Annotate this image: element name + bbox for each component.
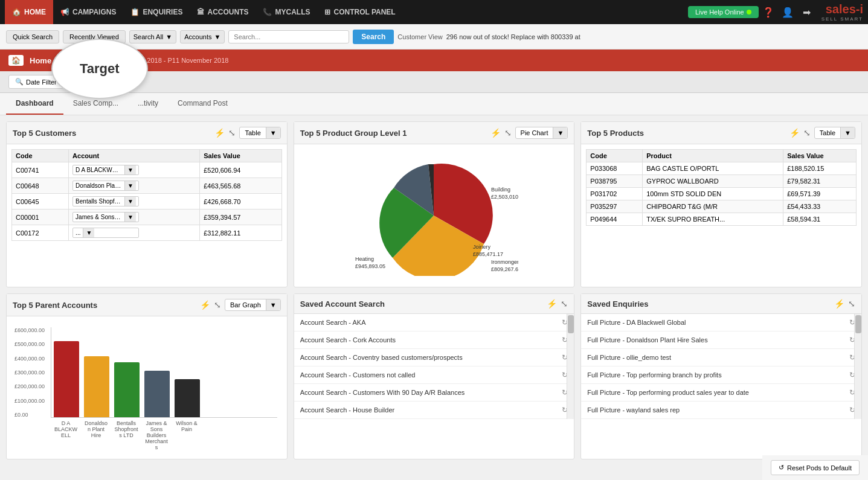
enquiries-icon: 📋 [130, 8, 140, 16]
tab-sales-comp[interactable]: Sales Comp... Target [63, 93, 128, 115]
help-icon[interactable]: ❓ [759, 2, 778, 22]
parent-view-dropdown[interactable]: Bar Graph ▼ [225, 299, 281, 311]
list-item[interactable]: Account Search - Cork Accounts↻ [294, 331, 574, 349]
list-item[interactable]: Account Search - House Builder↻ [294, 402, 574, 419]
list-item-label: Account Search - Cork Accounts [300, 336, 396, 344]
nav-home[interactable]: 🏠 HOME [5, 0, 53, 24]
saved-enquiries-thunder-icon[interactable]: ⚡ [834, 299, 844, 309]
account-chevron[interactable]: ▼ [83, 228, 94, 237]
search-all-dropdown[interactable]: Search All ▼ [129, 30, 176, 43]
list-item[interactable]: Full Picture - Top performing branch by … [581, 366, 861, 384]
account-chevron[interactable]: ▼ [124, 165, 136, 174]
search-go-button[interactable]: Search [353, 30, 394, 44]
products-view-dropdown[interactable]: Table ▼ [814, 127, 855, 139]
product-group-expand-icon[interactable]: ⤡ [504, 128, 512, 138]
tab-activity[interactable]: ...tivity [128, 93, 168, 115]
svg-text:£809,267.63: £809,267.63 [491, 266, 518, 272]
list-item[interactable]: Full Picture - ollie_demo test↻ [581, 349, 861, 366]
cell-account[interactable]: ... ▼ [69, 225, 200, 241]
saved-account-thunder-icon[interactable]: ⚡ [547, 299, 557, 309]
list-item[interactable]: Full Picture - Top performing product sa… [581, 384, 861, 402]
tab-command-post[interactable]: Command Post [168, 93, 237, 115]
prod-col-product: Product [643, 150, 783, 162]
account-chevron[interactable]: ▼ [124, 197, 136, 206]
col-sales-value: Sales Value [200, 150, 281, 162]
cell-account[interactable]: Bentalls Shopfront... ▼ [69, 194, 200, 210]
saved-account-expand-icon[interactable]: ⤡ [561, 299, 568, 309]
top-navigation: 🏠 HOME 📢 CAMPAIGNS 📋 ENQUIRIES 🏛 ACCOUNT… [0, 0, 868, 24]
list-item-label: Account Search - Customers not called [300, 371, 416, 379]
products-expand-icon[interactable]: ⤡ [803, 128, 811, 138]
y-label: £400,000.00 [14, 356, 45, 362]
list-item[interactable]: Account Search - Customers not called↻ [294, 366, 574, 384]
top5-products-body: Code Product Sales Value P033068 BAG CAS… [581, 144, 861, 231]
customers-view-chevron: ▼ [266, 127, 280, 138]
nav-mycalls[interactable]: 📞 MYCALLS [256, 0, 317, 24]
customers-view-dropdown[interactable]: Table ▼ [239, 127, 280, 139]
table-row: P033068 BAG CASTLE O/PORTL £188,520.15 [587, 162, 857, 175]
product-group-view-dropdown[interactable]: Pie Chart ▼ [515, 127, 568, 139]
cell-product: TX/EK SUPRO BREATH... [643, 213, 783, 226]
cell-account[interactable]: D A BLACKWELL ▼ [69, 162, 200, 178]
live-help-button[interactable]: Live Help Online [688, 6, 759, 18]
reset-pods-button[interactable]: ↺ Reset Pods to Default [771, 460, 860, 466]
saved-account-search-header: Saved Account Search ⚡ ⤡ [294, 294, 574, 314]
accounts-dropdown[interactable]: Accounts ▼ [180, 30, 225, 43]
bar-group [144, 371, 170, 417]
y-axis-labels: £600,000.00£500,000.00£400,000.00£300,00… [14, 327, 45, 418]
pie-chart-svg: Building £2,503,010.57 Plumbing £1,910,6… [349, 155, 518, 276]
top5-product-group-panel: Top 5 Product Group Level 1 ⚡ ⤡ Pie Char… [294, 121, 575, 287]
product-group-thunder-icon[interactable]: ⚡ [490, 128, 501, 138]
parent-thunder-icon[interactable]: ⚡ [200, 300, 210, 310]
user-icon[interactable]: 👤 [778, 2, 797, 22]
bar-chart: £600,000.00£500,000.00£400,000.00£300,00… [11, 321, 282, 454]
list-item[interactable]: Full Picture - DA Blackwell Global↻ [581, 314, 861, 331]
saved-enquiries-scroll-thumb [855, 315, 861, 333]
cell-account[interactable]: Donaldson Plant ... ▼ [69, 178, 200, 194]
top5-product-group-header: Top 5 Product Group Level 1 ⚡ ⤡ Pie Char… [294, 122, 574, 144]
forward-icon[interactable]: ➡ [797, 2, 817, 22]
list-item-label: Account Search - House Builder [300, 406, 395, 414]
account-chevron[interactable]: ▼ [124, 213, 136, 222]
products-thunder-icon[interactable]: ⚡ [789, 128, 800, 138]
bar-rect [84, 356, 109, 417]
tab-dashboard[interactable]: Dashboard [6, 93, 63, 115]
quick-search-button[interactable]: Quick Search [6, 30, 59, 43]
pie-chart-container: Building £2,503,010.57 Plumbing £1,910,6… [299, 149, 570, 282]
cell-product: BAG CASTLE O/PORTL [643, 162, 783, 175]
saved-enquiries-scrollbar[interactable] [854, 314, 861, 419]
x-axis-labels: D A BLACKWELLDonaldson Plant HireBentall… [51, 420, 277, 450]
saved-enquiries-controls: ⚡ ⤡ [834, 299, 855, 309]
account-chevron[interactable]: ▼ [124, 181, 136, 190]
cell-value: £69,571.39 [783, 188, 857, 200]
tabs-bar: Dashboard Sales Comp... Target ...tivity… [0, 93, 868, 115]
customers-thunder-icon[interactable]: ⚡ [214, 128, 225, 138]
col-code: Code [12, 150, 69, 162]
top5-customers-panel: Top 5 Customers ⚡ ⤡ Table ▼ Code Account [6, 121, 288, 287]
list-item[interactable]: Account Search - AKA↻ [294, 314, 574, 331]
table-row: P035297 CHIPBOARD T&G (M/R £54,433.33 [587, 200, 857, 213]
bar-rect [114, 362, 140, 417]
nav-accounts[interactable]: 🏛 ACCOUNTS [190, 0, 256, 24]
nav-control-panel[interactable]: ⊞ CONTROL PANEL [317, 0, 402, 24]
list-item[interactable]: Full Picture - wayland sales rep↻ [581, 402, 861, 419]
saved-account-list: Account Search - AKA↻Account Search - Co… [294, 314, 574, 419]
list-item[interactable]: Account Search - Customers With 90 Day A… [294, 384, 574, 402]
pie-ironmongery-label: Ironmongery [491, 259, 518, 265]
prod-col-sales: Sales Value [783, 150, 857, 162]
list-item[interactable]: Full Picture - Donaldson Plant Hire Sale… [581, 331, 861, 349]
filter-icon: 🔍 [15, 78, 24, 86]
parent-view-chevron: ▼ [266, 299, 280, 310]
parent-expand-icon[interactable]: ⤡ [214, 300, 221, 310]
customers-expand-icon[interactable]: ⤡ [228, 128, 236, 138]
pie-heating-label: Heating [355, 256, 374, 262]
saved-enquiries-expand-icon[interactable]: ⤡ [848, 299, 855, 309]
search-input[interactable] [228, 30, 349, 43]
saved-account-scrollbar[interactable] [567, 314, 574, 419]
svg-text:£945,893.05: £945,893.05 [355, 263, 385, 269]
nav-enquiries[interactable]: 📋 ENQUIRIES [123, 0, 190, 24]
list-item[interactable]: Account Search - Coventry based customer… [294, 349, 574, 366]
cell-account[interactable]: James & Sons Buil... ▼ [69, 210, 200, 225]
search-all-chevron: ▼ [166, 33, 172, 40]
nav-campaigns[interactable]: 📢 CAMPAIGNS [53, 0, 123, 24]
